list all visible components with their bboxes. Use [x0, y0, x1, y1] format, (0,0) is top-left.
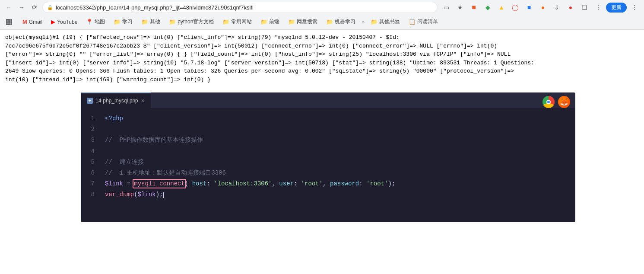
- editor-header: ✦ 14-php_mysql.php ✕: [81, 92, 575, 108]
- ext-1-icon[interactable]: ◆: [482, 1, 494, 13]
- bookmark-youtube[interactable]: ▶ YouTube: [48, 18, 80, 26]
- bookmarks-bar: M Gmail ▶ YouTube 📍 地图 📁 学习 📁 其他 📁 pytho…: [0, 15, 644, 29]
- reading-list-icon: 📋: [409, 19, 416, 25]
- python-folder-icon: 📁: [169, 19, 176, 25]
- update-button[interactable]: 更新: [606, 3, 627, 13]
- line-num-8: 8: [84, 189, 95, 200]
- bookmark-apps[interactable]: [3, 18, 16, 26]
- debug-line-3: ["error"]=> string(0) "" ["error_list"]=…: [5, 50, 639, 59]
- address-bar[interactable]: 🔒 localhost:63342/php_learn/14-php_mysql…: [42, 2, 438, 13]
- line-num-3: 3: [84, 135, 95, 146]
- menu-icon[interactable]: ⋮: [592, 1, 604, 13]
- code-line-5: // 建立连接: [105, 157, 568, 168]
- youtube-label: YouTube: [57, 19, 77, 25]
- php-open-tag: <?php: [105, 115, 123, 122]
- debug-line-2: 7cc7cc96e675f6d72e5cf0f267f48e167c2abb23…: [5, 42, 639, 51]
- common-folder-icon: 📁: [222, 19, 229, 25]
- ext-5-icon[interactable]: ●: [537, 1, 549, 13]
- punct-paren-close: );: [388, 180, 395, 187]
- lock-icon: 🔒: [47, 5, 53, 10]
- bookmarks-separator: »: [362, 19, 365, 25]
- punct-colon3: :: [359, 180, 366, 187]
- punct-assign: =: [123, 180, 134, 187]
- line-num-7: 7: [84, 178, 95, 189]
- profiles-icon[interactable]: ●: [565, 1, 577, 13]
- param-host-key: host: [192, 180, 207, 187]
- bookmark-maps[interactable]: 📍 地图: [83, 17, 108, 26]
- editor-body: 1 2 3 4 5 6 7 8 <?php // PHP操作数据库的基本连接操作: [81, 108, 575, 206]
- page-content: object(mysqli)#1 (19) { ["affected_rows"…: [0, 30, 644, 226]
- fn-vardump: var_dump: [105, 191, 134, 198]
- bookmark-frontend[interactable]: 📁 前端: [258, 17, 282, 26]
- ext-2-icon[interactable]: ▲: [495, 1, 508, 13]
- bookmark-star-icon[interactable]: ★: [454, 1, 466, 13]
- debug-line-5: 2649 Slow queries: 0 Opens: 366 Flush ta…: [5, 67, 639, 76]
- ext-3-icon[interactable]: ◯: [509, 1, 521, 13]
- line-num-5: 5: [84, 157, 95, 168]
- other-label: 其他: [150, 18, 160, 25]
- punct-paren-open: (: [185, 180, 192, 187]
- maps-icon: 📍: [86, 19, 93, 25]
- bookmark-other-bookmarks[interactable]: 📁 其他书签: [368, 17, 403, 26]
- line-numbers: 1 2 3 4 5 6 7 8: [81, 108, 98, 206]
- reload-button[interactable]: ⟳: [29, 2, 40, 13]
- learn-label: 学习: [122, 18, 133, 25]
- ext-puzzle-icon[interactable]: ❏: [578, 1, 590, 13]
- reading-list-label: 阅读清单: [417, 18, 438, 25]
- download-icon[interactable]: ⇓: [551, 1, 563, 13]
- line-num-6: 6: [84, 168, 95, 178]
- debug-line-1: object(mysqli)#1 (19) { ["affected_rows"…: [5, 33, 639, 42]
- corner-icons: 🦊: [542, 96, 570, 108]
- tab-close-button[interactable]: ✕: [141, 98, 145, 104]
- chrome-corner-icon[interactable]: [542, 96, 555, 108]
- firefox-corner-icon[interactable]: 🦊: [558, 96, 570, 108]
- param-user-key: user: [279, 180, 294, 187]
- str-root2: 'root': [366, 180, 388, 187]
- code-line-3: // PHP操作数据库的基本连接操作: [105, 135, 568, 146]
- cloudsearch-label: 网盘搜索: [297, 18, 317, 25]
- python-label: python官方文档: [178, 18, 214, 25]
- fn-mysqli-connect: mysqli_connect: [134, 180, 185, 187]
- comment-3: // 1.主机地址：默认是自动连接端口3306: [105, 169, 226, 176]
- editor-tab-active[interactable]: ✦ 14-php_mysql.php ✕: [81, 92, 151, 108]
- line-num-1: 1: [84, 113, 95, 124]
- back-button[interactable]: ←: [3, 2, 14, 13]
- more-options-icon[interactable]: ⋮: [628, 1, 641, 13]
- code-line-6: // 1.主机地址：默认是自动连接端口3306: [105, 168, 568, 178]
- punct-colon2: :: [294, 180, 301, 187]
- ext-4-icon[interactable]: ■: [523, 1, 535, 13]
- code-line-4: [105, 146, 568, 157]
- comment-2: // 建立连接: [105, 159, 144, 166]
- brave-icon[interactable]: ■: [468, 1, 480, 13]
- code-area[interactable]: <?php // PHP操作数据库的基本连接操作 // 建立连接 // 1.主机…: [98, 108, 575, 206]
- param-password-key: password: [330, 180, 359, 187]
- php-file-icon: ✦: [87, 98, 93, 104]
- other-folder-icon: 📁: [141, 19, 148, 25]
- bookmark-learn[interactable]: 📁 学习: [111, 17, 135, 26]
- bookmark-gmail[interactable]: M Gmail: [20, 18, 45, 26]
- punct-vardump-close: );: [156, 191, 163, 198]
- bookmark-other[interactable]: 📁 其他: [139, 17, 163, 26]
- frontend-label: 前端: [269, 18, 279, 25]
- code-line-1: <?php: [105, 113, 568, 124]
- gmail-icon: M: [22, 19, 27, 25]
- punct-vardump-paren: (: [134, 191, 137, 198]
- ml-label: 机器学习: [335, 18, 355, 25]
- gmail-label: Gmail: [29, 19, 42, 25]
- bookmark-cloudsearch[interactable]: 📁 网盘搜索: [286, 17, 320, 26]
- apps-grid-icon: [6, 19, 12, 25]
- debug-output: object(mysqli)#1 (19) { ["affected_rows"…: [5, 33, 639, 84]
- line-num-4: 4: [84, 146, 95, 157]
- other-bookmarks-label: 其他书签: [379, 18, 400, 25]
- forward-button[interactable]: →: [16, 2, 27, 13]
- common-label: 常用网站: [231, 18, 252, 25]
- str-localhost: 'localhost:3306': [214, 180, 272, 187]
- bookmark-common[interactable]: 📁 常用网站: [220, 17, 254, 26]
- cast-icon[interactable]: ▭: [440, 1, 452, 13]
- bookmark-reading-list[interactable]: 📋 阅读清单: [406, 17, 441, 26]
- punct-colon1: :: [206, 180, 214, 187]
- bookmark-python[interactable]: 📁 python官方文档: [166, 17, 216, 26]
- debug-line-6: int(10) ["thread_id"]=> int(169) ["warni…: [5, 76, 639, 84]
- bookmark-ml[interactable]: 📁 机器学习: [324, 17, 358, 26]
- frontend-folder-icon: 📁: [260, 19, 267, 25]
